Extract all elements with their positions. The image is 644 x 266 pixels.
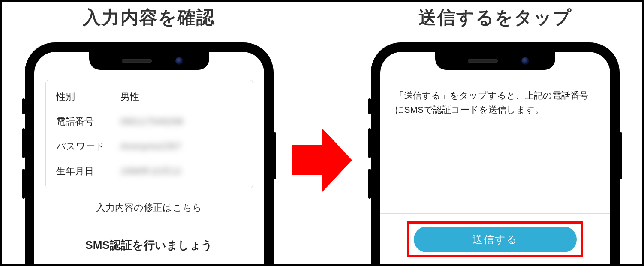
edit-link-line: 入力内容の修正はこちら (34, 201, 264, 214)
step-2: 送信するをタップ 「送信する」をタップすると、上記の電話番号にSMSで認証コード… (356, 6, 634, 265)
phone-volume-up (368, 128, 371, 158)
phone-mock-1: 性別 男性 電話番号 090117546298 パスワード Anonymo235… (25, 42, 274, 265)
phone-mute-switch (22, 98, 25, 114)
row-password: パスワード Anonymo2357 (46, 134, 253, 159)
step-2-title: 送信するをタップ (418, 6, 572, 30)
front-camera-icon (521, 57, 529, 65)
speaker-grill-icon (468, 59, 498, 63)
phone-notch (89, 52, 209, 70)
edit-link[interactable]: こちら (172, 202, 202, 213)
phone-notch (435, 52, 555, 70)
phone-mute-switch (368, 98, 371, 114)
row-birthday: 生年月日 1996年10月12 (46, 159, 253, 184)
row-birthday-value: 1996年10月12 (120, 165, 242, 178)
phone-screen-2: 「送信する」をタップすると、上記の電話番号にSMSで認証コードを送信します。 送… (380, 52, 610, 265)
phone-volume-up (22, 128, 25, 158)
phone-power-button (274, 132, 276, 179)
arrow-right-icon (292, 128, 352, 194)
instruction-highlight-box: 送信する (407, 221, 583, 257)
row-gender-value: 男性 (120, 90, 242, 103)
row-password-value: Anonymo2357 (120, 141, 242, 152)
instruction-frame: 入力内容を確認 性別 男性 電話番号 0901175462 (0, 0, 644, 266)
phone-volume-down (368, 169, 371, 199)
edit-link-prefix: 入力内容の修正は (96, 202, 172, 213)
front-camera-icon (175, 57, 183, 65)
row-phone-label: 電話番号 (56, 115, 120, 128)
row-phone-value: 090117546298 (120, 116, 242, 127)
phone-screen-1: 性別 男性 電話番号 090117546298 パスワード Anonymo235… (34, 52, 264, 265)
row-phone: 電話番号 090117546298 (46, 109, 253, 134)
speaker-grill-icon (122, 59, 152, 63)
phone-mock-2: 「送信する」をタップすると、上記の電話番号にSMSで認証コードを送信します。 送… (371, 42, 620, 265)
row-gender: 性別 男性 (46, 84, 253, 109)
sms-info-text: 「送信する」をタップすると、上記の電話番号にSMSで認証コードを送信します。 (380, 75, 610, 117)
send-area: 送信する (380, 213, 610, 265)
row-gender-label: 性別 (56, 90, 120, 103)
phone-power-button (620, 132, 622, 179)
step-1: 入力内容を確認 性別 男性 電話番号 0901175462 (10, 6, 288, 265)
confirmation-card: 性別 男性 電話番号 090117546298 パスワード Anonymo235… (45, 80, 253, 188)
svg-marker-0 (292, 128, 352, 192)
step-1-title: 入力内容を確認 (83, 6, 215, 30)
row-password-label: パスワード (56, 140, 120, 153)
send-button[interactable]: 送信する (414, 227, 577, 252)
sms-auth-heading: SMS認証を行いましょう (34, 238, 264, 253)
phone-volume-down (22, 169, 25, 199)
row-birthday-label: 生年月日 (56, 165, 120, 178)
